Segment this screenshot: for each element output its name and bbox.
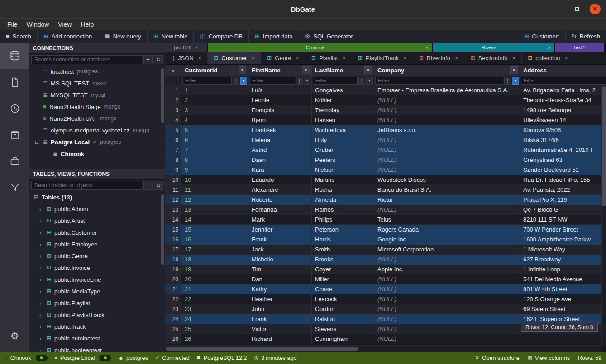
table-item-public-customer[interactable]: ›⊞public.Customer <box>29 227 165 238</box>
db-tab-group-chinook[interactable]: Chinook× <box>208 43 432 52</box>
table-row[interactable]: 2626RichardCunningham(NULL) <box>165 334 606 344</box>
chevron-down-icon[interactable]: ▾ <box>510 66 518 74</box>
table-item-public-album[interactable]: ›⊞public.Album <box>29 203 165 215</box>
file-tab-genre[interactable]: ⊞Genre× <box>261 52 305 64</box>
table-row[interactable]: 66HelenaHolý(NULL)Rilská 3174/6 <box>165 135 606 145</box>
connections-refresh-button[interactable]: ↻ <box>154 55 163 64</box>
kebab-icon[interactable]: ⋮ <box>358 77 365 85</box>
table-row[interactable]: 1414MarkPhilipsTelus8210 111 ST NW <box>165 215 606 225</box>
table-row[interactable]: 1919TimGoyerApple Inc.1 Infinite Loop <box>165 265 606 274</box>
status-rows-59[interactable]: Rows: 59 <box>578 355 601 361</box>
filter-input-customerid[interactable] <box>182 77 232 85</box>
column-header-lastname[interactable]: LastName▾ <box>312 65 374 76</box>
funnel-icon[interactable]: ▼ <box>366 77 373 85</box>
table-item-public-autoinctest[interactable]: ›⊞public.autoinctest <box>29 332 165 344</box>
toolbar-button-add-connection[interactable]: ⊕Add connection <box>38 30 99 43</box>
table-item-public-track[interactable]: ›⊞public.Track <box>29 321 165 332</box>
status-view-columns[interactable]: ▦View columns <box>528 355 570 361</box>
table-row[interactable]: 55FrantišekWichterlováJetBrains s.r.o.Kl… <box>165 125 606 135</box>
connection-item-postgre-local[interactable]: ⊟≣Postgre Local✔postgres <box>29 136 165 148</box>
status-open-structure[interactable]: ✕Open structure <box>475 355 520 361</box>
table-item-public-employee[interactable]: ›⊞public.Employee <box>29 238 165 250</box>
kebab-icon[interactable]: ⋮ <box>233 77 239 85</box>
activity-app-layouts-button[interactable] <box>0 148 29 174</box>
column-header-company[interactable]: Company▾ <box>374 65 520 76</box>
column-header-firstname[interactable]: FirstName▾ <box>248 65 312 76</box>
activity-connections-button[interactable] <box>0 43 29 69</box>
table-row[interactable]: 77AstridGruber(NULL)Rotenturmstraße 4, 1… <box>165 145 606 155</box>
table-row[interactable]: 88DaanPeeters(NULL)Grétrystraat 63 <box>165 155 606 165</box>
file-tab-playlist[interactable]: ⊞Playlist× <box>305 52 352 64</box>
toolbar-button-customer[interactable]: ⊞Customer: <box>518 30 565 43</box>
table-row[interactable]: 44BjørnHansen(NULL)Ullevålsveien 14 <box>165 115 606 125</box>
menu-window[interactable]: Window <box>22 19 54 30</box>
activity-archive-button[interactable] <box>0 122 29 148</box>
table-row[interactable]: 1717JackSmithMicrosoft Corporation1 Micr… <box>165 245 606 255</box>
file-tab-sectioninfo[interactable]: ⊞SectionInfo× <box>464 52 522 64</box>
filter-input-lastname[interactable] <box>313 77 358 85</box>
toolbar-button-new-table[interactable]: ⊞New table <box>148 30 194 43</box>
table-item-public-invoiceline[interactable]: ›⊞public.InvoiceLine <box>29 274 165 285</box>
file-tab-json[interactable]: {}JSON× <box>165 52 208 64</box>
table-row[interactable]: 1818MichelleBrooks(NULL)627 Broadway <box>165 255 606 265</box>
table-row[interactable]: 1515JenniferPetersonRogers Canada700 W P… <box>165 225 606 235</box>
maximize-button[interactable] <box>572 4 582 14</box>
filter-input-company[interactable] <box>375 77 503 85</box>
chevron-down-icon[interactable]: ▾ <box>364 66 372 74</box>
table-row[interactable]: 33FrançoisTremblay(NULL)1498 rue Bélange… <box>165 105 606 115</box>
tables-search-input[interactable] <box>31 181 142 190</box>
menu-help[interactable]: Help <box>76 19 98 30</box>
table-row[interactable]: 11LuísGonçalvesEmbraer - Empresa Brasile… <box>165 85 606 95</box>
horizontal-scrollbar-thumb[interactable] <box>166 347 358 351</box>
connection-item-olympus-medportal-vychozi-cz[interactable]: ≣olympus-medportal.vychozi.czmongo <box>29 124 165 136</box>
chevron-down-icon[interactable]: ▾ <box>302 66 310 74</box>
table-item-public-mediatype[interactable]: ›⊞public.MediaType <box>29 285 165 297</box>
connection-item-ms-sql-test[interactable]: ≣MS SQL TESTmssql <box>29 77 165 89</box>
table-row[interactable]: 2323JohnGordon(NULL)69 Salem Street <box>165 304 606 314</box>
connections-search-input[interactable] <box>31 55 142 64</box>
connection-item-nano2health-uat[interactable]: ■Nano2Health UATmongo <box>29 113 165 124</box>
tables-add-button[interactable]: + <box>143 181 153 190</box>
toolbar-button-new-query[interactable]: ▤New query <box>98 30 147 43</box>
table-row[interactable]: 2020DanMiller(NULL)541 Del Medio Avenue <box>165 274 606 284</box>
file-tab-collection[interactable]: ⊞collection× <box>522 52 574 64</box>
tables-group-row[interactable]: ⊟ Tables (13) <box>29 191 165 203</box>
db-tab-group-test1[interactable]: test1 <box>555 43 604 52</box>
horizontal-scrollbar[interactable] <box>165 345 601 352</box>
column-header-customerid[interactable]: CustomerId▾ <box>181 65 248 76</box>
status-postgre-local[interactable]: ≡Postgre Local <box>55 355 95 361</box>
table-row[interactable]: 2222HeatherLeacock(NULL)120 S Orange Ave <box>165 294 606 304</box>
table-row[interactable]: 2121KathyChase(NULL)801 W 4th Street <box>165 284 606 294</box>
connections-add-button[interactable]: + <box>143 55 153 64</box>
table-item-public-genre[interactable]: ›⊞public.Genre <box>29 250 165 262</box>
table-row[interactable]: 22LeonieKöhler(NULL)Theodor-Heuss-Straße… <box>165 95 606 105</box>
minimize-button[interactable] <box>554 4 564 14</box>
table-item-public-playlisttrack[interactable]: ›⊞public.PlaylistTrack <box>29 309 165 321</box>
status-postgres[interactable]: ☻postgres <box>118 355 148 361</box>
vertical-scrollbar[interactable] <box>601 85 606 345</box>
table-row[interactable]: 99KaraNielsen(NULL)Sønder Boulevard 51 <box>165 165 606 175</box>
menu-view[interactable]: View <box>53 19 76 30</box>
table-row[interactable]: 1616FrankHarrisGoogle Inc.1600 Amphithea… <box>165 235 606 245</box>
connection-item-chinook[interactable]: ≣Chinook <box>29 148 165 160</box>
table-item-public-invoice[interactable]: ›⊞public.Invoice <box>29 262 165 274</box>
toolbar-button-search[interactable]: ≡Search <box>0 30 38 43</box>
file-tab-customer[interactable]: ⊞Customer× <box>208 52 261 64</box>
sidebar-scrollbar-thumb[interactable] <box>161 194 164 265</box>
expand-all-button[interactable]: » <box>165 65 181 76</box>
kebab-icon[interactable]: ⋮ <box>504 77 511 85</box>
vertical-scrollbar-thumb[interactable] <box>602 86 606 206</box>
file-tab-playlisttrack[interactable]: ⊞PlaylistTrack× <box>352 52 413 64</box>
column-header-address[interactable]: Address▾ <box>520 65 606 76</box>
table-row[interactable]: 1010EduardoMartinsWoodstock DiscosRua Dr… <box>165 175 606 185</box>
status-3-minutes-ago[interactable]: ◷3 minutes ago <box>254 355 296 361</box>
sidebar-scrollbar-thumb[interactable] <box>161 68 164 123</box>
activity-files-button[interactable] <box>0 69 29 95</box>
menu-file[interactable]: File <box>3 19 22 30</box>
table-item-public-playlist[interactable]: ›⊞public.Playlist <box>29 297 165 309</box>
toolbar-button-import-data[interactable]: ⊞Import data <box>249 30 299 43</box>
connection-item-nano2health-stage[interactable]: ■Nano2Health Stagemongo <box>29 101 165 113</box>
activity-history-button[interactable] <box>0 95 29 122</box>
funnel-icon[interactable]: ▼ <box>304 77 310 85</box>
funnel-icon[interactable]: ▼ <box>240 77 247 85</box>
